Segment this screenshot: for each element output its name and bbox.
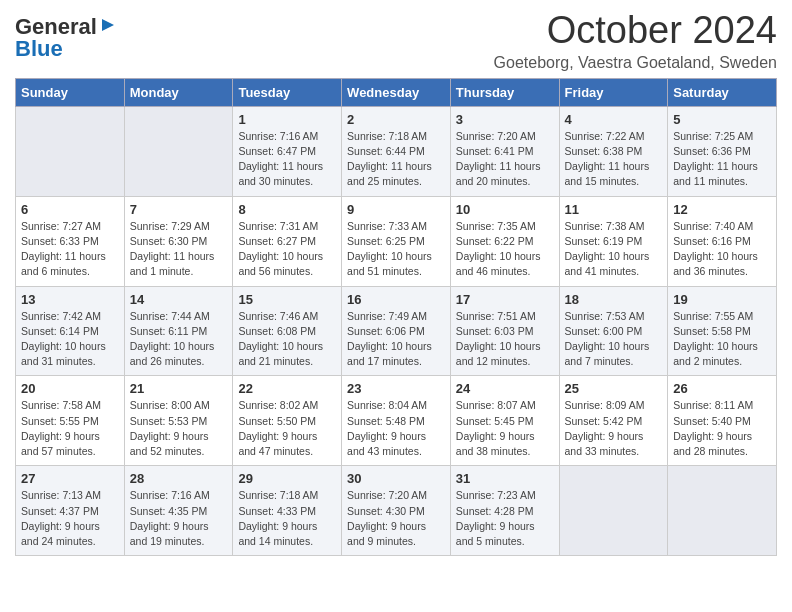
day-cell: 16Sunrise: 7:49 AMSunset: 6:06 PMDayligh… — [342, 286, 451, 376]
svg-marker-0 — [102, 19, 114, 31]
week-row-4: 20Sunrise: 7:58 AMSunset: 5:55 PMDayligh… — [16, 376, 777, 466]
calendar-body: 1Sunrise: 7:16 AMSunset: 6:47 PMDaylight… — [16, 106, 777, 555]
page-title: October 2024 — [494, 10, 777, 52]
day-cell: 2Sunrise: 7:18 AMSunset: 6:44 PMDaylight… — [342, 106, 451, 196]
day-cell: 17Sunrise: 7:51 AMSunset: 6:03 PMDayligh… — [450, 286, 559, 376]
day-cell: 24Sunrise: 8:07 AMSunset: 5:45 PMDayligh… — [450, 376, 559, 466]
day-cell: 15Sunrise: 7:46 AMSunset: 6:08 PMDayligh… — [233, 286, 342, 376]
day-cell: 21Sunrise: 8:00 AMSunset: 5:53 PMDayligh… — [124, 376, 233, 466]
day-cell: 6Sunrise: 7:27 AMSunset: 6:33 PMDaylight… — [16, 196, 125, 286]
day-cell — [124, 106, 233, 196]
day-number: 13 — [21, 292, 119, 307]
day-info: Sunrise: 7:42 AMSunset: 6:14 PMDaylight:… — [21, 309, 119, 370]
day-info: Sunrise: 7:40 AMSunset: 6:16 PMDaylight:… — [673, 219, 771, 280]
day-info: Sunrise: 7:22 AMSunset: 6:38 PMDaylight:… — [565, 129, 663, 190]
header-cell-sunday: Sunday — [16, 78, 125, 106]
title-area: October 2024 Goeteborg, Vaestra Goetalan… — [494, 10, 777, 72]
day-number: 1 — [238, 112, 336, 127]
day-number: 12 — [673, 202, 771, 217]
day-info: Sunrise: 8:00 AMSunset: 5:53 PMDaylight:… — [130, 398, 228, 459]
day-info: Sunrise: 7:58 AMSunset: 5:55 PMDaylight:… — [21, 398, 119, 459]
day-info: Sunrise: 7:18 AMSunset: 4:33 PMDaylight:… — [238, 488, 336, 549]
day-number: 29 — [238, 471, 336, 486]
day-cell: 8Sunrise: 7:31 AMSunset: 6:27 PMDaylight… — [233, 196, 342, 286]
day-cell: 22Sunrise: 8:02 AMSunset: 5:50 PMDayligh… — [233, 376, 342, 466]
day-info: Sunrise: 7:20 AMSunset: 4:30 PMDaylight:… — [347, 488, 445, 549]
day-info: Sunrise: 7:33 AMSunset: 6:25 PMDaylight:… — [347, 219, 445, 280]
day-info: Sunrise: 7:23 AMSunset: 4:28 PMDaylight:… — [456, 488, 554, 549]
day-info: Sunrise: 7:16 AMSunset: 4:35 PMDaylight:… — [130, 488, 228, 549]
day-number: 5 — [673, 112, 771, 127]
day-number: 7 — [130, 202, 228, 217]
day-cell: 31Sunrise: 7:23 AMSunset: 4:28 PMDayligh… — [450, 466, 559, 556]
day-cell: 4Sunrise: 7:22 AMSunset: 6:38 PMDaylight… — [559, 106, 668, 196]
day-cell: 11Sunrise: 7:38 AMSunset: 6:19 PMDayligh… — [559, 196, 668, 286]
day-cell: 26Sunrise: 8:11 AMSunset: 5:40 PMDayligh… — [668, 376, 777, 466]
day-cell: 29Sunrise: 7:18 AMSunset: 4:33 PMDayligh… — [233, 466, 342, 556]
day-cell: 14Sunrise: 7:44 AMSunset: 6:11 PMDayligh… — [124, 286, 233, 376]
day-info: Sunrise: 7:20 AMSunset: 6:41 PMDaylight:… — [456, 129, 554, 190]
day-info: Sunrise: 7:46 AMSunset: 6:08 PMDaylight:… — [238, 309, 336, 370]
day-number: 3 — [456, 112, 554, 127]
day-number: 21 — [130, 381, 228, 396]
day-cell: 7Sunrise: 7:29 AMSunset: 6:30 PMDaylight… — [124, 196, 233, 286]
day-number: 26 — [673, 381, 771, 396]
day-cell: 18Sunrise: 7:53 AMSunset: 6:00 PMDayligh… — [559, 286, 668, 376]
day-number: 4 — [565, 112, 663, 127]
day-info: Sunrise: 7:55 AMSunset: 5:58 PMDaylight:… — [673, 309, 771, 370]
day-number: 15 — [238, 292, 336, 307]
header-cell-saturday: Saturday — [668, 78, 777, 106]
header-cell-thursday: Thursday — [450, 78, 559, 106]
day-number: 22 — [238, 381, 336, 396]
header-cell-tuesday: Tuesday — [233, 78, 342, 106]
day-number: 2 — [347, 112, 445, 127]
day-info: Sunrise: 7:27 AMSunset: 6:33 PMDaylight:… — [21, 219, 119, 280]
header-cell-monday: Monday — [124, 78, 233, 106]
day-info: Sunrise: 8:09 AMSunset: 5:42 PMDaylight:… — [565, 398, 663, 459]
header-cell-friday: Friday — [559, 78, 668, 106]
calendar-header: SundayMondayTuesdayWednesdayThursdayFrid… — [16, 78, 777, 106]
day-info: Sunrise: 7:18 AMSunset: 6:44 PMDaylight:… — [347, 129, 445, 190]
day-number: 31 — [456, 471, 554, 486]
day-cell: 9Sunrise: 7:33 AMSunset: 6:25 PMDaylight… — [342, 196, 451, 286]
day-cell — [559, 466, 668, 556]
day-number: 28 — [130, 471, 228, 486]
day-number: 16 — [347, 292, 445, 307]
week-row-5: 27Sunrise: 7:13 AMSunset: 4:37 PMDayligh… — [16, 466, 777, 556]
day-cell: 28Sunrise: 7:16 AMSunset: 4:35 PMDayligh… — [124, 466, 233, 556]
day-number: 25 — [565, 381, 663, 396]
header-row: SundayMondayTuesdayWednesdayThursdayFrid… — [16, 78, 777, 106]
day-cell: 25Sunrise: 8:09 AMSunset: 5:42 PMDayligh… — [559, 376, 668, 466]
header-cell-wednesday: Wednesday — [342, 78, 451, 106]
week-row-3: 13Sunrise: 7:42 AMSunset: 6:14 PMDayligh… — [16, 286, 777, 376]
day-cell: 1Sunrise: 7:16 AMSunset: 6:47 PMDaylight… — [233, 106, 342, 196]
day-info: Sunrise: 7:53 AMSunset: 6:00 PMDaylight:… — [565, 309, 663, 370]
day-info: Sunrise: 7:31 AMSunset: 6:27 PMDaylight:… — [238, 219, 336, 280]
day-number: 27 — [21, 471, 119, 486]
day-number: 6 — [21, 202, 119, 217]
day-info: Sunrise: 7:16 AMSunset: 6:47 PMDaylight:… — [238, 129, 336, 190]
day-info: Sunrise: 8:04 AMSunset: 5:48 PMDaylight:… — [347, 398, 445, 459]
day-info: Sunrise: 8:02 AMSunset: 5:50 PMDaylight:… — [238, 398, 336, 459]
day-info: Sunrise: 7:49 AMSunset: 6:06 PMDaylight:… — [347, 309, 445, 370]
day-info: Sunrise: 7:35 AMSunset: 6:22 PMDaylight:… — [456, 219, 554, 280]
day-info: Sunrise: 8:11 AMSunset: 5:40 PMDaylight:… — [673, 398, 771, 459]
logo-area: General Blue — [15, 14, 117, 62]
page-subtitle: Goeteborg, Vaestra Goetaland, Sweden — [494, 54, 777, 72]
day-number: 18 — [565, 292, 663, 307]
day-number: 10 — [456, 202, 554, 217]
day-cell: 13Sunrise: 7:42 AMSunset: 6:14 PMDayligh… — [16, 286, 125, 376]
week-row-1: 1Sunrise: 7:16 AMSunset: 6:47 PMDaylight… — [16, 106, 777, 196]
day-info: Sunrise: 7:51 AMSunset: 6:03 PMDaylight:… — [456, 309, 554, 370]
logo-flag-icon — [100, 17, 116, 37]
day-number: 23 — [347, 381, 445, 396]
day-cell: 12Sunrise: 7:40 AMSunset: 6:16 PMDayligh… — [668, 196, 777, 286]
day-cell — [668, 466, 777, 556]
logo-blue: Blue — [15, 36, 63, 62]
day-cell: 10Sunrise: 7:35 AMSunset: 6:22 PMDayligh… — [450, 196, 559, 286]
day-number: 14 — [130, 292, 228, 307]
day-info: Sunrise: 7:25 AMSunset: 6:36 PMDaylight:… — [673, 129, 771, 190]
day-info: Sunrise: 7:29 AMSunset: 6:30 PMDaylight:… — [130, 219, 228, 280]
day-cell: 5Sunrise: 7:25 AMSunset: 6:36 PMDaylight… — [668, 106, 777, 196]
page-header: General Blue October 2024 Goeteborg, Vae… — [15, 10, 777, 72]
